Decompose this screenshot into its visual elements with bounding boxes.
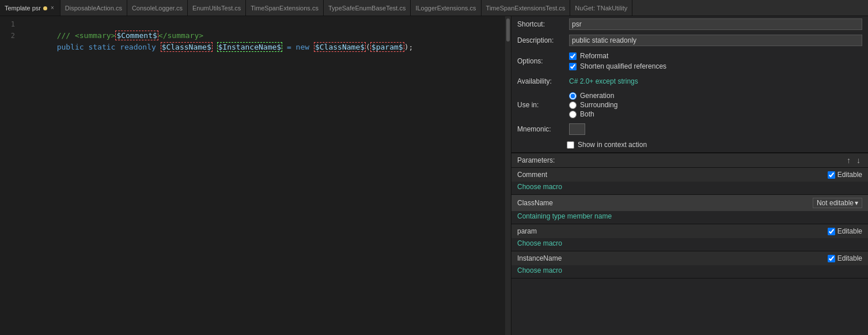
editor-scrollbar[interactable] [505, 16, 511, 335]
line-number-2: 2 [0, 30, 21, 42]
description-input[interactable] [569, 35, 862, 46]
tab-ilogger-extensions[interactable]: ILoggerExtensions.cs [411, 0, 481, 16]
use-in-surrounding-label: Surrounding [580, 101, 617, 109]
availability-link[interactable]: C# 2.0+ except strings [569, 77, 638, 85]
option-shorten-row: Shorten qualified references [569, 61, 862, 71]
option-shorten-label: Shorten qualified references [580, 62, 666, 70]
tab-label: ConsoleLogger.cs [132, 5, 183, 12]
param-item-param: param Editable Choose macro [511, 224, 868, 251]
option-reformat-label: Reformat [580, 52, 608, 60]
availability-row: Availability: C# 2.0+ except strings [511, 74, 868, 89]
param-item-instancename: InstanceName Editable Choose macro [511, 251, 868, 278]
use-in-generation-radio[interactable] [569, 92, 577, 100]
options-values: Reformat Shorten qualified references [569, 51, 862, 71]
param-instancename-editable-checkbox[interactable] [828, 255, 835, 262]
option-reformat-row: Reformat [569, 51, 862, 61]
param-comment-name: Comment [517, 171, 547, 179]
param-comment-editable: Editable [828, 171, 862, 179]
param-instancename-name: InstanceName [517, 254, 562, 262]
tab-label: TypeSafeEnumBaseTest.cs [328, 5, 406, 12]
availability-label: Availability: [517, 77, 569, 85]
tab-enum-utils-test[interactable]: EnumUtilsTest.cs [188, 0, 246, 16]
param-classname-header[interactable]: ClassName Not editable ▾ [511, 195, 868, 211]
use-in-options: Generation Surrounding Both [569, 91, 862, 119]
show-context-row: Show in context action [511, 137, 868, 152]
use-in-generation-label: Generation [580, 92, 614, 100]
param-param-header[interactable]: param Editable [511, 224, 868, 238]
use-in-surrounding-radio[interactable] [569, 101, 577, 109]
option-shorten-checkbox[interactable] [569, 63, 577, 70]
tab-nuget-tnak[interactable]: NuGet: TNakUtility [570, 0, 632, 16]
shortcut-label: Shortcut: [517, 20, 569, 28]
mnemonic-row: Mnemonic: [511, 121, 868, 137]
code-template-classname-1: $ClassName$ [161, 42, 213, 52]
mnemonic-label: Mnemonic: [517, 125, 569, 133]
tab-typesafe-enum[interactable]: TypeSafeEnumBaseTest.cs [324, 0, 411, 16]
param-comment-editable-checkbox[interactable] [828, 171, 835, 179]
param-comment-editable-label: Editable [837, 171, 862, 179]
code-line-1: 1 /// <summary>$Comment$</summary> [0, 18, 505, 30]
code-cursor [309, 43, 314, 51]
tab-timespan-extensions[interactable]: TimeSpanExtensions.cs [246, 0, 324, 16]
shortcut-input[interactable] [569, 18, 862, 30]
params-arrows: ↑ ↓ [845, 156, 862, 165]
parameters-header: Parameters: ↑ ↓ [511, 153, 868, 168]
code-line-2: 2 public static readonly $ClassName$ $In… [0, 30, 505, 42]
param-instancename-editable-label: Editable [837, 254, 862, 262]
param-param-editable-checkbox[interactable] [828, 228, 835, 235]
show-context-label: Show in context action [578, 141, 647, 149]
param-param-name: param [517, 227, 537, 235]
param-instancename-header[interactable]: InstanceName Editable [511, 251, 868, 265]
use-in-both-label: Both [580, 110, 594, 118]
param-param-editable: Editable [828, 227, 862, 235]
tab-disposable-action[interactable]: DisposableAction.cs [60, 0, 127, 16]
code-space [213, 43, 217, 51]
param-instancename-macro-link[interactable]: Choose macro [511, 265, 868, 278]
use-in-generation-row: Generation [569, 91, 862, 100]
show-context-checkbox-row: Show in context action [567, 140, 647, 150]
params-up-arrow[interactable]: ↑ [845, 156, 852, 165]
code-template-param: $param$ [370, 42, 404, 52]
option-reformat-checkbox[interactable] [569, 52, 577, 60]
line-content-2: public static readonly $ClassName$ $Inst… [21, 30, 413, 65]
param-instancename-editable: Editable [828, 254, 862, 262]
param-classname-editable-dropdown[interactable]: Not editable ▾ [813, 198, 862, 208]
code-keyword-public: public static readonly [57, 43, 161, 51]
param-comment-macro-link[interactable]: Choose macro [511, 182, 868, 194]
use-in-both-row: Both [569, 110, 862, 119]
param-classname-macro-link[interactable]: Containing type member name [511, 211, 868, 224]
tab-label: DisposableAction.cs [65, 5, 122, 12]
main-area: 1 /// <summary>$Comment$</summary> 2 pub… [0, 16, 868, 335]
param-item-classname: ClassName Not editable ▾ Containing type… [511, 195, 868, 224]
code-paren-open: ( [366, 43, 370, 51]
tab-close-btn[interactable]: × [50, 4, 55, 12]
tab-modified-dot [43, 5, 47, 12]
params-down-arrow[interactable]: ↓ [855, 156, 862, 165]
show-context-checkbox[interactable] [567, 141, 574, 149]
options-label: Options: [517, 57, 569, 65]
use-in-surrounding-row: Surrounding [569, 100, 862, 110]
tab-console-logger[interactable]: ConsoleLogger.cs [127, 0, 188, 16]
tab-label: NuGet: TNakUtility [575, 5, 627, 12]
param-classname-editable-label: Not editable [817, 199, 854, 207]
param-classname-name: ClassName [517, 199, 553, 207]
tab-label: EnumUtilsTest.cs [192, 5, 241, 12]
param-param-macro-link[interactable]: Choose macro [511, 238, 868, 251]
editor-scrollbar-thumb[interactable] [506, 18, 510, 42]
code-editor[interactable]: 1 /// <summary>$Comment$</summary> 2 pub… [0, 16, 505, 335]
tab-template-psr[interactable]: Template psr × [0, 0, 60, 16]
param-param-editable-label: Editable [837, 227, 862, 235]
param-comment-header[interactable]: Comment Editable [511, 168, 868, 182]
description-row: Description: [511, 32, 868, 48]
tab-label: TimeSpanExtensions.cs [251, 5, 319, 12]
tab-label: Template psr [5, 5, 41, 12]
use-in-label: Use in: [517, 101, 569, 109]
tab-label: ILoggerExtensions.cs [415, 5, 476, 12]
mnemonic-input[interactable] [569, 123, 585, 135]
options-row: Options: Reformat Shorten qualified refe… [511, 48, 868, 74]
chevron-down-icon: ▾ [855, 199, 858, 207]
use-in-row: Use in: Generation Surrounding Both [511, 89, 868, 121]
tab-timespan-extensions-test[interactable]: TimeSpanExtensionsTest.cs [482, 0, 571, 16]
use-in-both-radio[interactable] [569, 111, 577, 118]
line-number-1: 1 [0, 18, 21, 30]
